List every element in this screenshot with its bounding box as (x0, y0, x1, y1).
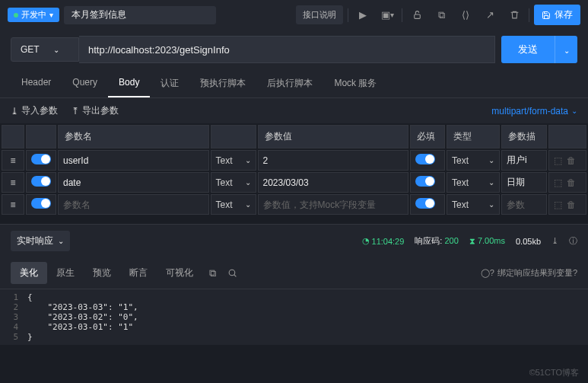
search-icon[interactable] (222, 263, 242, 283)
lock-icon[interactable] (407, 5, 427, 25)
value-type-select[interactable]: Text⌄ (216, 199, 251, 210)
line-number: 2 (0, 302, 27, 312)
topbar: 开发中 ▾ 接口说明 ▶ ▣▾ ⧉ ⟨⟩ ↗ 保存 (0, 0, 588, 30)
tab-body[interactable]: Body (108, 69, 150, 97)
col-value: 参数值 (258, 125, 409, 148)
resp-tab-raw[interactable]: 原生 (47, 262, 84, 284)
drag-handle-icon[interactable]: ≡ (2, 194, 24, 215)
divider (402, 8, 402, 22)
api-desc-button[interactable]: 接口说明 (296, 5, 343, 24)
tab-query[interactable]: Query (62, 69, 108, 97)
drag-handle-icon[interactable]: ≡ (2, 172, 24, 193)
response-size: 0.05kb (516, 237, 541, 246)
cube-icon[interactable]: ⬚ (554, 199, 562, 210)
param-required-toggle[interactable] (415, 154, 435, 164)
code-icon[interactable]: ⟨⟩ (456, 5, 475, 25)
delete-row-icon[interactable]: 🗑 (567, 155, 576, 166)
cube-icon[interactable]: ⬚ (554, 177, 562, 188)
line-number: 1 (0, 292, 27, 302)
response-body[interactable]: 1{2 "2023-03-03": "1",3 "2023-03-02": "0… (0, 289, 588, 345)
param-value-input[interactable] (263, 155, 404, 166)
param-desc-input[interactable] (507, 199, 542, 210)
request-tabs: Header Query Body 认证 预执行脚本 后执行脚本 Mock 服务 (0, 69, 588, 98)
param-required-toggle[interactable] (415, 176, 435, 187)
import-params[interactable]: ⤓ 导入参数 (11, 104, 58, 117)
bind-variable-link[interactable]: ◯? 绑定响应结果到变量? (481, 267, 577, 279)
download-icon[interactable]: ⤓ (551, 236, 558, 246)
line-number: 5 (0, 332, 27, 342)
resp-tab-preview[interactable]: 预览 (84, 262, 120, 284)
resp-tab-pretty[interactable]: 美化 (11, 262, 47, 284)
status-code: 200 (444, 236, 458, 245)
drag-handle-icon[interactable]: ≡ (2, 150, 24, 171)
status-text: 开发中 (21, 9, 46, 21)
col-desc: 参数描 (501, 125, 547, 148)
copy-icon[interactable]: ⧉ (431, 5, 451, 25)
watermark: ©51CTO博客 (529, 367, 579, 378)
line-number: 3 (0, 312, 27, 322)
param-desc-input[interactable] (507, 155, 542, 166)
param-type-select[interactable]: Text⌄ (452, 155, 494, 166)
method-select[interactable]: GET ⌄ (11, 37, 79, 62)
info-icon[interactable]: ⓘ (569, 235, 577, 247)
body-toolbar: ⤓ 导入参数 ⤒ 导出参数 multipart/form-data ⌄ (0, 98, 588, 123)
tab-header[interactable]: Header (11, 69, 62, 97)
response-meta: ◔11:04:29 响应码: 200 ⧗ 7.00ms 0.05kb ⤓ ⓘ (362, 235, 577, 247)
copy-response-icon[interactable]: ⧉ (202, 263, 222, 283)
param-type-select[interactable]: Text⌄ (452, 177, 494, 188)
play-icon[interactable]: ▶ (353, 5, 373, 25)
params-table: 参数名 参数值 必填 类型 参数描 ≡Text⌄Text⌄⬚🗑≡Text⌄Tex… (0, 123, 588, 216)
delete-row-icon[interactable]: 🗑 (567, 199, 576, 210)
svg-point-1 (229, 270, 235, 276)
resp-tab-assert[interactable]: 断言 (120, 262, 157, 284)
tab-auth[interactable]: 认证 (150, 69, 189, 97)
upload-icon: ⤒ (72, 106, 79, 116)
hourglass-icon: ⧗ (469, 236, 475, 245)
code-text: "2023-03-02": "0", (27, 312, 138, 322)
param-enabled-toggle[interactable] (31, 176, 51, 187)
help-icon: ◯? (481, 268, 494, 278)
delete-icon[interactable] (504, 5, 524, 25)
export-params[interactable]: ⤒ 导出参数 (72, 104, 119, 117)
param-required-toggle[interactable] (415, 198, 435, 209)
param-name-input[interactable] (63, 177, 204, 188)
param-desc-input[interactable] (507, 177, 542, 188)
delete-row-icon[interactable]: 🗑 (567, 177, 576, 188)
code-text: "2023-03-03": "1", (27, 302, 138, 312)
response-tabs: 美化 原生 预览 断言 可视化 ⧉ ◯? 绑定响应结果到变量? (0, 257, 588, 289)
svg-rect-0 (414, 14, 420, 18)
chevron-down-icon: ⌄ (571, 107, 577, 115)
param-enabled-toggle[interactable] (31, 154, 51, 164)
value-type-select[interactable]: Text⌄ (216, 155, 251, 166)
url-bar: GET ⌄ 发送 ⌄ (0, 30, 588, 69)
save-icon (542, 11, 551, 20)
param-enabled-toggle[interactable] (31, 198, 51, 209)
param-value-input[interactable] (263, 199, 404, 210)
status-badge[interactable]: 开发中 ▾ (8, 8, 59, 22)
response-bar: 实时响应 ⌄ ◔11:04:29 响应码: 200 ⧗ 7.00ms 0.05k… (0, 224, 588, 257)
response-mode-select[interactable]: 实时响应 ⌄ (11, 231, 70, 251)
status-dot-icon (14, 13, 18, 18)
api-name-input[interactable] (64, 6, 216, 24)
send-button[interactable]: 发送 (501, 36, 555, 63)
col-name: 参数名 (58, 125, 209, 148)
save-button[interactable]: 保存 (534, 5, 580, 25)
tab-prescript[interactable]: 预执行脚本 (189, 69, 256, 97)
chevron-down-icon: ▾ (49, 11, 53, 19)
param-type-select[interactable]: Text⌄ (452, 199, 494, 210)
resp-tab-visual[interactable]: 可视化 (157, 262, 202, 284)
clock-icon: ◔ (362, 236, 370, 246)
content-type-select[interactable]: multipart/form-data ⌄ (491, 106, 577, 116)
cube-icon[interactable]: ⬚ (554, 155, 562, 166)
tab-postscript[interactable]: 后执行脚本 (256, 69, 323, 97)
layout-icon[interactable]: ▣▾ (377, 5, 397, 25)
share-icon[interactable]: ↗ (480, 5, 500, 25)
param-name-input[interactable] (63, 155, 204, 166)
send-dropdown[interactable]: ⌄ (555, 36, 577, 63)
param-value-input[interactable] (263, 177, 404, 188)
url-input[interactable] (79, 36, 495, 63)
download-icon: ⤓ (11, 106, 18, 116)
param-name-input[interactable] (63, 199, 204, 210)
value-type-select[interactable]: Text⌄ (216, 177, 251, 188)
tab-mock[interactable]: Mock 服务 (323, 69, 387, 97)
